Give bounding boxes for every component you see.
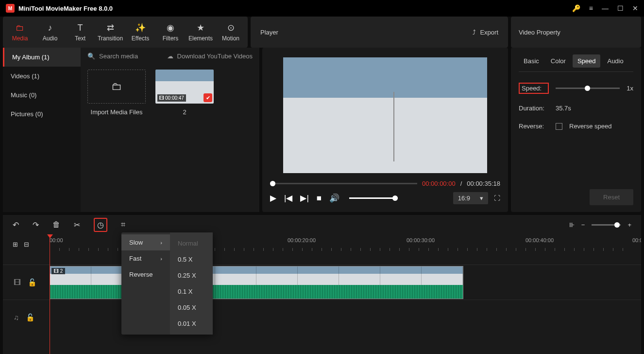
crop-button[interactable]: ⌗	[121, 220, 125, 229]
reverse-checkbox[interactable]	[556, 123, 562, 130]
maximize-button[interactable]: ☐	[617, 4, 624, 12]
add-track-icon[interactable]: ⊞	[13, 241, 18, 248]
progress-bar[interactable]	[270, 183, 417, 184]
motion-icon: ⊙	[227, 22, 235, 33]
sidebar-item[interactable]: My Album (1)	[3, 48, 81, 67]
filters-icon: ◉	[167, 22, 174, 33]
cloud-icon: ☁	[167, 53, 173, 60]
speed-slider[interactable]	[556, 88, 620, 89]
effects-icon: ✨	[135, 22, 146, 33]
tool-tab-text[interactable]: TText	[65, 19, 95, 45]
delete-button[interactable]: 🗑	[52, 220, 60, 229]
magnet-icon[interactable]: ⊪	[569, 221, 575, 229]
media-thumb[interactable]: 🎞00:00:47 ✔ 2	[155, 70, 214, 116]
import-media-button[interactable]: 🗀 Import Media Files	[87, 70, 146, 116]
remove-track-icon[interactable]: ⊟	[24, 241, 29, 248]
lock-icon[interactable]: 🔓	[28, 278, 37, 287]
tool-tabs: 🗀Media♪AudioTText⇄Transition✨Effects◉Fil…	[3, 17, 248, 48]
stop-button[interactable]: ■	[317, 194, 322, 203]
transition-icon: ⇄	[107, 22, 114, 33]
text-icon: T	[78, 23, 83, 33]
menu-item-fast[interactable]: Fast›	[121, 250, 170, 266]
chevron-right-icon: ›	[160, 256, 162, 262]
menu-item-reverse[interactable]: Reverse	[121, 266, 170, 283]
audio-icon: ♪	[48, 23, 52, 33]
menu-item-speed[interactable]: 0.01 X	[170, 316, 213, 332]
key-icon[interactable]: 🔑	[572, 4, 580, 12]
menu-item-speed[interactable]: 0.1 X	[170, 283, 213, 300]
search-media[interactable]: 🔍 Search media	[87, 53, 138, 60]
prop-tab-basic[interactable]: Basic	[519, 54, 544, 68]
fullscreen-button[interactable]: ⛶	[494, 195, 500, 202]
speed-menu-button[interactable]: ◷	[94, 218, 107, 232]
hamburger-icon[interactable]: ≡	[589, 4, 593, 12]
check-icon: ✔	[203, 93, 212, 102]
menu-item-speed[interactable]: 0.05 X	[170, 300, 213, 316]
sidebar-item[interactable]: Pictures (0)	[3, 105, 81, 124]
menu-item-speed[interactable]: 0.5 X	[170, 251, 213, 267]
tool-tab-media[interactable]: 🗀Media	[5, 19, 35, 45]
menu-item-speed[interactable]: 0.25 X	[170, 267, 213, 283]
duration-label: Duration:	[519, 105, 549, 112]
zoom-out-button[interactable]: −	[581, 221, 585, 229]
folder-icon: 🗀	[111, 80, 122, 93]
speed-label: Speed:	[519, 83, 549, 94]
media-icon: 🗀	[16, 23, 24, 33]
video-clip[interactable]: 🎞 2	[50, 266, 463, 299]
prop-tab-speed[interactable]: Speed	[573, 54, 601, 68]
menu-item-speed: Normal	[170, 235, 213, 251]
next-frame-button[interactable]: ▶|	[300, 193, 308, 203]
aspect-select[interactable]: 16:9 ▾	[453, 192, 488, 204]
time-current: 00:00:00:00	[422, 180, 456, 187]
tool-tab-audio[interactable]: ♪Audio	[35, 19, 65, 45]
prop-tab-color[interactable]: Color	[546, 54, 571, 68]
chevron-down-icon: ▾	[480, 195, 483, 202]
elements-icon: ★	[197, 22, 204, 33]
sidebar-item[interactable]: Music (0)	[3, 86, 81, 105]
sidebar-item[interactable]: Videos (1)	[3, 67, 81, 86]
speed-value: 1x	[627, 85, 633, 92]
prev-frame-button[interactable]: |◀	[284, 193, 292, 203]
player-header: Player	[260, 29, 278, 36]
waveform	[50, 285, 463, 299]
redo-button[interactable]: ↷	[33, 220, 39, 230]
duration-value: 35.7s	[556, 105, 571, 112]
tool-tab-effects[interactable]: ✨Effects	[125, 19, 155, 45]
tool-tab-filters[interactable]: ◉Filters	[155, 19, 186, 45]
audio-track-icon: ♫	[14, 313, 19, 321]
menu-item-slow[interactable]: Slow›	[121, 234, 170, 250]
film-icon: 🎞	[159, 95, 164, 101]
property-header: Video Property	[519, 29, 560, 36]
tool-tab-elements[interactable]: ★Elements	[186, 19, 216, 45]
tool-tab-motion[interactable]: ⊙Motion	[216, 19, 246, 45]
time-total: 00:00:35:18	[467, 180, 500, 187]
search-icon: 🔍	[87, 53, 95, 60]
preview-area	[270, 55, 500, 175]
video-track-icon: 🎞	[14, 278, 21, 286]
chevron-right-icon: ›	[160, 240, 162, 246]
download-youtube-button[interactable]: ☁ Download YouTube Videos	[167, 53, 253, 60]
zoom-in-button[interactable]: +	[627, 221, 631, 229]
export-button[interactable]: ⤴ Export	[473, 29, 498, 36]
app-logo-icon: M	[6, 4, 15, 13]
volume-icon[interactable]: 🔊	[329, 193, 339, 203]
app-title: MiniTool MovieMaker Free 8.0.0	[18, 5, 113, 12]
lock-icon[interactable]: 🔓	[26, 313, 35, 322]
close-button[interactable]: ✕	[632, 4, 638, 12]
export-icon: ⤴	[473, 29, 476, 36]
zoom-slider[interactable]	[592, 224, 621, 226]
media-sidebar: My Album (1)Videos (1)Music (0)Pictures …	[3, 48, 81, 212]
play-button[interactable]: ▶	[270, 193, 276, 203]
tool-tab-transition[interactable]: ⇄Transition	[95, 19, 125, 45]
reverse-label: Reverse:	[519, 123, 549, 130]
volume-slider[interactable]	[349, 197, 398, 199]
speed-submenu: Slow›Fast›Reverse Normal0.5 X0.25 X0.1 X…	[121, 232, 213, 335]
split-button[interactable]: ✂	[74, 220, 80, 230]
preview-frame	[283, 57, 487, 173]
undo-button[interactable]: ↶	[13, 220, 19, 230]
titlebar: M MiniTool MovieMaker Free 8.0.0 🔑 ≡ — ☐…	[0, 0, 644, 17]
minimize-button[interactable]: —	[602, 4, 609, 12]
prop-tab-audio[interactable]: Audio	[602, 54, 628, 68]
reset-button[interactable]: Reset	[590, 189, 633, 205]
playhead[interactable]	[50, 234, 50, 354]
